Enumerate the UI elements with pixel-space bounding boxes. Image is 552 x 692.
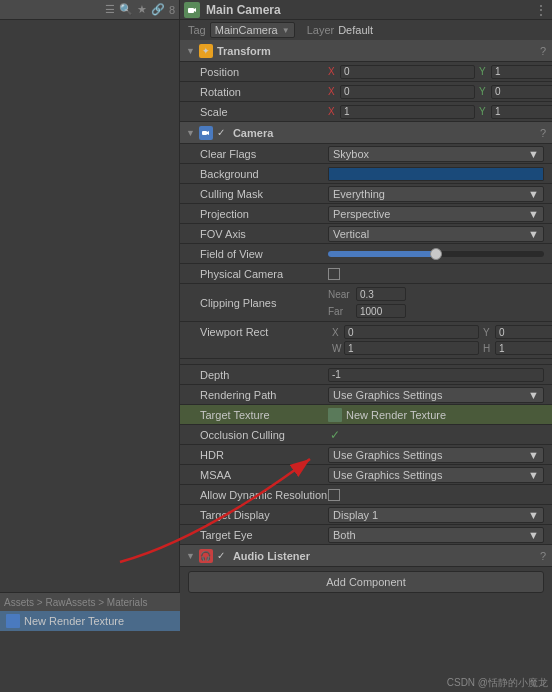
vp-w-input[interactable]: [344, 341, 479, 355]
physical-camera-checkbox[interactable]: [328, 268, 340, 280]
occlusion-checkbox[interactable]: ✓: [328, 428, 342, 442]
depth-row: Depth: [180, 365, 552, 385]
hdr-row: HDR Use Graphics Settings ▼: [180, 445, 552, 465]
clipping-label: Clipping Planes: [188, 297, 328, 309]
inspector-menu-button[interactable]: ⋮: [534, 2, 548, 18]
physical-camera-row: Physical Camera: [180, 264, 552, 284]
toolbar-icon-star[interactable]: ★: [137, 3, 147, 16]
near-input[interactable]: [356, 287, 406, 301]
sy-label: Y: [479, 106, 489, 117]
projection-arrow: ▼: [528, 208, 539, 220]
rotation-row: Rotation X Y Z: [180, 82, 552, 102]
target-eye-label: Target Eye: [188, 529, 328, 541]
target-texture-row: Target Texture New Render Texture: [180, 405, 552, 425]
scale-y-input[interactable]: [491, 105, 552, 119]
fov-slider-thumb[interactable]: [430, 248, 442, 260]
left-panel: ☰ 🔍 ★ 🔗 8 Assets > RawAssets > Materials…: [0, 0, 180, 692]
hdr-dropdown[interactable]: Use Graphics Settings ▼: [328, 447, 544, 463]
position-fields: X Y Z: [328, 65, 552, 79]
target-texture-label: Target Texture: [188, 409, 328, 421]
target-eye-dropdown[interactable]: Both ▼: [328, 527, 544, 543]
fov-slider-track[interactable]: [328, 251, 544, 257]
watermark-text: CSDN @恬静的小魔龙: [447, 677, 548, 688]
audio-title: Audio Listener: [233, 550, 536, 562]
position-x-input[interactable]: [340, 65, 475, 79]
asset-item-render-texture[interactable]: New Render Texture: [0, 611, 180, 631]
far-input[interactable]: [356, 304, 406, 318]
clear-flags-label: Clear Flags: [188, 148, 328, 160]
rotation-y-input[interactable]: [491, 85, 552, 99]
tag-dropdown[interactable]: MainCamera ▼: [210, 22, 295, 38]
svg-rect-2: [202, 131, 207, 135]
far-label: Far: [328, 306, 352, 317]
projection-dropdown[interactable]: Perspective ▼: [328, 206, 544, 222]
hdr-arrow: ▼: [528, 449, 539, 461]
rotation-fields: X Y Z: [328, 85, 552, 99]
scale-row: Scale X Y Z: [180, 102, 552, 122]
camera-help-icon[interactable]: ?: [540, 127, 546, 139]
vp-h-label: H: [483, 343, 493, 354]
y-label: Y: [479, 66, 489, 77]
culling-mask-row: Culling Mask Everything ▼: [180, 184, 552, 204]
fov-axis-row: FOV Axis Vertical ▼: [180, 224, 552, 244]
scale-label: Scale: [188, 106, 328, 118]
fov-label: Field of View: [188, 248, 328, 260]
projection-row: Projection Perspective ▼: [180, 204, 552, 224]
vp-x-input[interactable]: [344, 325, 479, 339]
sx-label: X: [328, 106, 338, 117]
audio-triangle: ▼: [186, 551, 195, 561]
target-display-arrow: ▼: [528, 509, 539, 521]
background-color-swatch[interactable]: [328, 167, 544, 181]
fov-slider-container: [328, 251, 544, 257]
audio-icon: 🎧: [199, 549, 213, 563]
rx-label: X: [328, 86, 338, 97]
dynamic-res-checkbox[interactable]: [328, 489, 340, 501]
audio-help-icon[interactable]: ?: [540, 550, 546, 562]
toolbar-icon-link[interactable]: 🔗: [151, 3, 165, 16]
position-y-input[interactable]: [491, 65, 552, 79]
viewport-label: Viewport Rect: [188, 326, 328, 338]
vp-y-input[interactable]: [495, 325, 552, 339]
camera-checkbox[interactable]: ✓: [217, 127, 225, 138]
x-label: X: [328, 66, 338, 77]
target-display-dropdown[interactable]: Display 1 ▼: [328, 507, 544, 523]
rotation-x-input[interactable]: [340, 85, 475, 99]
rendering-path-label: Rendering Path: [188, 389, 328, 401]
tag-value: MainCamera: [215, 24, 278, 36]
clear-flags-dropdown[interactable]: Skybox ▼: [328, 146, 544, 162]
fov-slider-fill: [328, 251, 436, 257]
projection-label: Projection: [188, 208, 328, 220]
toolbar-icon-search[interactable]: 🔍: [119, 3, 133, 16]
culling-mask-dropdown[interactable]: Everything ▼: [328, 186, 544, 202]
audio-section-header[interactable]: ▼ 🎧 ✓ Audio Listener ?: [180, 545, 552, 567]
target-display-value: Display 1: [333, 509, 378, 521]
background-label: Background: [188, 168, 328, 180]
audio-checkbox[interactable]: ✓: [217, 550, 225, 561]
vp-y-field: Y: [483, 325, 552, 339]
msaa-label: MSAA: [188, 469, 328, 481]
scale-y-field: Y: [479, 105, 552, 119]
toolbar-icon-list[interactable]: ☰: [105, 3, 115, 16]
msaa-dropdown[interactable]: Use Graphics Settings ▼: [328, 467, 544, 483]
camera-title: Camera: [233, 127, 536, 139]
vp-h-input[interactable]: [495, 341, 552, 355]
camera-triangle: ▼: [186, 128, 195, 138]
camera-section-header[interactable]: ▼ ✓ Camera ?: [180, 122, 552, 144]
svg-marker-1: [194, 8, 196, 12]
clear-flags-row: Clear Flags Skybox ▼: [180, 144, 552, 164]
scale-x-input[interactable]: [340, 105, 475, 119]
object-title: Main Camera: [206, 3, 534, 17]
transform-help-icon[interactable]: ?: [540, 45, 546, 57]
hdr-value: Use Graphics Settings: [333, 449, 442, 461]
occlusion-label: Occlusion Culling: [188, 429, 328, 441]
depth-input[interactable]: [328, 368, 544, 382]
inspector-header: Main Camera ⋮: [180, 0, 552, 20]
culling-mask-label: Culling Mask: [188, 188, 328, 200]
rendering-path-dropdown[interactable]: Use Graphics Settings ▼: [328, 387, 544, 403]
physical-camera-checkbox-container: [328, 268, 544, 280]
fov-axis-dropdown[interactable]: Vertical ▼: [328, 226, 544, 242]
camera-object-icon: [184, 2, 200, 18]
transform-section-header[interactable]: ▼ ✦ Transform ?: [180, 40, 552, 62]
clear-flags-value: Skybox: [333, 148, 369, 160]
add-component-button[interactable]: Add Component: [188, 571, 544, 593]
